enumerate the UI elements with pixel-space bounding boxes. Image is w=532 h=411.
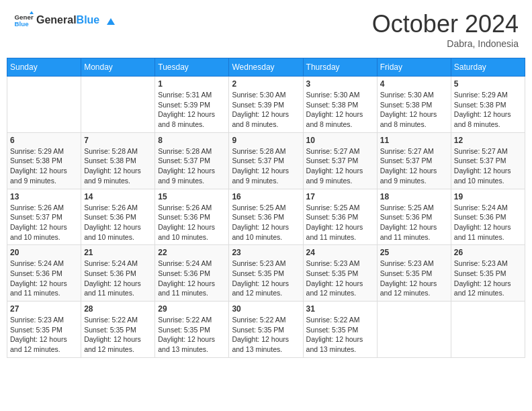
- title-block: October 2024 Dabra, Indonesia: [372, 10, 519, 49]
- day-info: Sunrise: 5:23 AM Sunset: 5:35 PM Dayligh…: [454, 259, 522, 298]
- day-number: 4: [380, 79, 448, 89]
- calendar-cell: 22Sunrise: 5:24 AM Sunset: 5:36 PM Dayli…: [155, 245, 229, 302]
- calendar-week-row: 20Sunrise: 5:24 AM Sunset: 5:36 PM Dayli…: [7, 245, 525, 302]
- calendar-day-header: Saturday: [451, 58, 525, 77]
- calendar-cell: 6Sunrise: 5:29 AM Sunset: 5:38 PM Daylig…: [7, 132, 81, 189]
- day-number: 10: [306, 136, 374, 145]
- day-info: Sunrise: 5:23 AM Sunset: 5:35 PM Dayligh…: [380, 259, 448, 298]
- day-info: Sunrise: 5:23 AM Sunset: 5:35 PM Dayligh…: [10, 315, 78, 355]
- day-number: 8: [158, 136, 226, 145]
- day-info: Sunrise: 5:27 AM Sunset: 5:37 PM Dayligh…: [380, 146, 448, 186]
- calendar-cell: 13Sunrise: 5:26 AM Sunset: 5:37 PM Dayli…: [7, 189, 81, 245]
- calendar-cell: 3Sunrise: 5:30 AM Sunset: 5:38 PM Daylig…: [303, 77, 377, 133]
- day-number: 25: [380, 248, 448, 257]
- calendar-cell: 14Sunrise: 5:26 AM Sunset: 5:36 PM Dayli…: [81, 189, 155, 245]
- day-info: Sunrise: 5:22 AM Sunset: 5:35 PM Dayligh…: [232, 315, 300, 355]
- calendar-day-header: Wednesday: [229, 58, 303, 77]
- day-info: Sunrise: 5:30 AM Sunset: 5:38 PM Dayligh…: [306, 90, 374, 130]
- day-info: Sunrise: 5:29 AM Sunset: 5:38 PM Dayligh…: [10, 146, 78, 186]
- calendar-cell: 12Sunrise: 5:27 AM Sunset: 5:37 PM Dayli…: [451, 132, 525, 189]
- day-info: Sunrise: 5:25 AM Sunset: 5:36 PM Dayligh…: [306, 203, 374, 242]
- calendar-week-row: 13Sunrise: 5:26 AM Sunset: 5:37 PM Dayli…: [7, 189, 525, 245]
- calendar-cell: 31Sunrise: 5:22 AM Sunset: 5:35 PM Dayli…: [303, 302, 377, 358]
- svg-marker-3: [107, 18, 115, 25]
- day-number: 19: [454, 192, 522, 201]
- day-number: 24: [306, 248, 374, 257]
- day-info: Sunrise: 5:24 AM Sunset: 5:36 PM Dayligh…: [10, 259, 78, 298]
- day-number: 31: [306, 304, 374, 314]
- day-info: Sunrise: 5:25 AM Sunset: 5:36 PM Dayligh…: [380, 203, 448, 242]
- day-number: 1: [158, 79, 226, 89]
- day-info: Sunrise: 5:28 AM Sunset: 5:37 PM Dayligh…: [158, 146, 226, 186]
- logo-text: GeneralBlue: [36, 14, 115, 26]
- day-number: 3: [306, 79, 374, 89]
- calendar-cell: 30Sunrise: 5:22 AM Sunset: 5:35 PM Dayli…: [229, 302, 303, 358]
- calendar-cell: [81, 77, 155, 133]
- day-info: Sunrise: 5:29 AM Sunset: 5:38 PM Dayligh…: [454, 90, 522, 130]
- day-info: Sunrise: 5:26 AM Sunset: 5:36 PM Dayligh…: [158, 203, 226, 242]
- day-number: 26: [454, 248, 522, 257]
- day-info: Sunrise: 5:26 AM Sunset: 5:37 PM Dayligh…: [10, 203, 78, 242]
- calendar-day-header: Friday: [377, 58, 451, 77]
- calendar-cell: 23Sunrise: 5:23 AM Sunset: 5:35 PM Dayli…: [229, 245, 303, 302]
- logo: General Blue GeneralBlue: [13, 10, 115, 30]
- calendar-cell: 2Sunrise: 5:30 AM Sunset: 5:39 PM Daylig…: [229, 77, 303, 133]
- day-info: Sunrise: 5:30 AM Sunset: 5:38 PM Dayligh…: [380, 90, 448, 130]
- day-info: Sunrise: 5:24 AM Sunset: 5:36 PM Dayligh…: [84, 259, 152, 298]
- day-info: Sunrise: 5:27 AM Sunset: 5:37 PM Dayligh…: [306, 146, 374, 186]
- page-header: General Blue GeneralBlue October 2024 Da…: [7, 7, 525, 52]
- day-info: Sunrise: 5:23 AM Sunset: 5:35 PM Dayligh…: [232, 259, 300, 298]
- day-number: 22: [158, 248, 226, 257]
- calendar-cell: 11Sunrise: 5:27 AM Sunset: 5:37 PM Dayli…: [377, 132, 451, 189]
- day-number: 29: [158, 304, 226, 314]
- calendar-cell: 8Sunrise: 5:28 AM Sunset: 5:37 PM Daylig…: [155, 132, 229, 189]
- calendar-day-header: Monday: [81, 58, 155, 77]
- calendar-cell: 19Sunrise: 5:24 AM Sunset: 5:36 PM Dayli…: [451, 189, 525, 245]
- day-number: 21: [84, 248, 152, 257]
- day-info: Sunrise: 5:22 AM Sunset: 5:35 PM Dayligh…: [84, 315, 152, 355]
- calendar-cell: [7, 77, 81, 133]
- day-info: Sunrise: 5:31 AM Sunset: 5:39 PM Dayligh…: [158, 90, 226, 130]
- calendar-cell: 17Sunrise: 5:25 AM Sunset: 5:36 PM Dayli…: [303, 189, 377, 245]
- calendar-header-row: SundayMondayTuesdayWednesdayThursdayFrid…: [7, 58, 525, 77]
- day-number: 30: [232, 304, 300, 314]
- calendar-cell: 10Sunrise: 5:27 AM Sunset: 5:37 PM Dayli…: [303, 132, 377, 189]
- calendar-day-header: Tuesday: [155, 58, 229, 77]
- day-number: 11: [380, 136, 448, 145]
- day-number: 2: [232, 79, 300, 89]
- day-info: Sunrise: 5:27 AM Sunset: 5:37 PM Dayligh…: [454, 146, 522, 186]
- calendar-cell: 15Sunrise: 5:26 AM Sunset: 5:36 PM Dayli…: [155, 189, 229, 245]
- calendar-cell: 9Sunrise: 5:28 AM Sunset: 5:37 PM Daylig…: [229, 132, 303, 189]
- calendar-cell: 29Sunrise: 5:22 AM Sunset: 5:35 PM Dayli…: [155, 302, 229, 358]
- calendar-cell: 27Sunrise: 5:23 AM Sunset: 5:35 PM Dayli…: [7, 302, 81, 358]
- calendar-cell: [377, 302, 451, 358]
- svg-marker-2: [30, 11, 34, 15]
- day-number: 28: [84, 304, 152, 314]
- calendar-cell: 25Sunrise: 5:23 AM Sunset: 5:35 PM Dayli…: [377, 245, 451, 302]
- day-number: 20: [10, 248, 78, 257]
- day-number: 12: [454, 136, 522, 145]
- svg-text:Blue: Blue: [15, 20, 30, 28]
- calendar-cell: 4Sunrise: 5:30 AM Sunset: 5:38 PM Daylig…: [377, 77, 451, 133]
- day-info: Sunrise: 5:30 AM Sunset: 5:39 PM Dayligh…: [232, 90, 300, 130]
- day-info: Sunrise: 5:26 AM Sunset: 5:36 PM Dayligh…: [84, 203, 152, 242]
- calendar-cell: 21Sunrise: 5:24 AM Sunset: 5:36 PM Dayli…: [81, 245, 155, 302]
- calendar-cell: 24Sunrise: 5:23 AM Sunset: 5:35 PM Dayli…: [303, 245, 377, 302]
- day-info: Sunrise: 5:24 AM Sunset: 5:36 PM Dayligh…: [158, 259, 226, 298]
- calendar-cell: 28Sunrise: 5:22 AM Sunset: 5:35 PM Dayli…: [81, 302, 155, 358]
- calendar-cell: 18Sunrise: 5:25 AM Sunset: 5:36 PM Dayli…: [377, 189, 451, 245]
- day-info: Sunrise: 5:24 AM Sunset: 5:36 PM Dayligh…: [454, 203, 522, 242]
- day-number: 13: [10, 192, 78, 201]
- day-number: 6: [10, 136, 78, 145]
- svg-text:General: General: [15, 13, 34, 21]
- day-number: 16: [232, 192, 300, 201]
- calendar-cell: 26Sunrise: 5:23 AM Sunset: 5:35 PM Dayli…: [451, 245, 525, 302]
- calendar-week-row: 1Sunrise: 5:31 AM Sunset: 5:39 PM Daylig…: [7, 77, 525, 133]
- day-number: 17: [306, 192, 374, 201]
- calendar-week-row: 6Sunrise: 5:29 AM Sunset: 5:38 PM Daylig…: [7, 132, 525, 189]
- day-info: Sunrise: 5:22 AM Sunset: 5:35 PM Dayligh…: [306, 315, 374, 355]
- day-number: 23: [232, 248, 300, 257]
- day-number: 7: [84, 136, 152, 145]
- day-number: 5: [454, 79, 522, 89]
- day-info: Sunrise: 5:23 AM Sunset: 5:35 PM Dayligh…: [306, 259, 374, 298]
